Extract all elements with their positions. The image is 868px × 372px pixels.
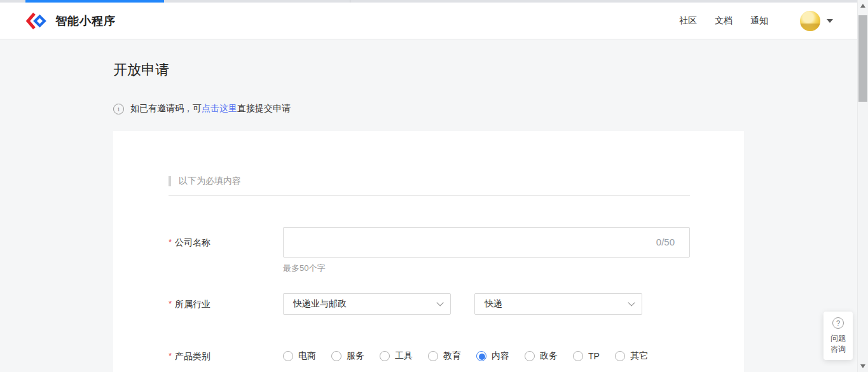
required-mark: * (169, 351, 172, 361)
required-mark: * (169, 299, 172, 308)
radio-icon (380, 351, 390, 361)
brand-logo-icon (25, 12, 48, 30)
brand-title: 智能小程序 (55, 13, 116, 29)
company-name-hint: 最多50个字 (283, 263, 690, 274)
brand-logo-link[interactable]: 智能小程序 (25, 12, 116, 30)
page-title: 开放申请 (113, 60, 744, 79)
radio-icon (615, 351, 625, 361)
radio-icon (525, 351, 535, 361)
help-widget-label: 问题咨询 (830, 333, 846, 355)
application-form-card: 以下为必填内容 *公司名称 0/50 最多50个字 (113, 131, 744, 372)
product-category-option[interactable]: TP (573, 351, 600, 361)
company-name-row: *公司名称 0/50 最多50个字 (169, 227, 744, 274)
industry-row: *所属行业 快递业与邮政 快递 (169, 293, 744, 315)
nav-item-community[interactable]: 社区 (679, 15, 697, 27)
industry-label: *所属行业 (169, 293, 283, 315)
product-category-option[interactable]: 其它 (615, 350, 648, 362)
required-mark: * (169, 237, 172, 247)
radio-icon (428, 351, 438, 361)
user-menu[interactable] (800, 11, 833, 31)
radio-icon (476, 351, 486, 361)
product-category-option[interactable]: 电商 (283, 350, 316, 362)
help-widget-button[interactable]: ? 问题咨询 (823, 312, 853, 360)
product-category-option[interactable]: 内容 (476, 350, 509, 362)
chevron-down-icon (628, 299, 635, 306)
question-mark-icon: ? (832, 317, 844, 329)
header-nav: 社区 文档 通知 (679, 15, 768, 27)
industry-primary-value: 快递业与邮政 (293, 298, 347, 310)
app-header: 智能小程序 社区 文档 通知 (0, 3, 857, 39)
vertical-scrollbar[interactable] (857, 0, 868, 372)
industry-secondary-select[interactable]: 快递 (474, 293, 642, 315)
nav-item-notifications[interactable]: 通知 (750, 15, 768, 27)
company-name-input[interactable] (283, 227, 690, 258)
section-separator (169, 195, 690, 196)
radio-icon (283, 351, 293, 361)
invite-code-notice: i 如已有邀请码，可点击这里直接提交申请 (113, 103, 744, 114)
product-category-row: *产品类别 电商 服务 工具 (169, 350, 744, 362)
section-title: 以下为必填内容 (179, 176, 241, 187)
radio-icon (331, 351, 341, 361)
chevron-down-icon (436, 299, 443, 306)
nav-item-docs[interactable]: 文档 (715, 15, 733, 27)
industry-primary-select[interactable]: 快递业与邮政 (283, 293, 451, 315)
product-category-label: *产品类别 (169, 350, 283, 362)
radio-icon (573, 351, 583, 361)
main-content: 开放申请 i 如已有邀请码，可点击这里直接提交申请 以下为必填内容 *公司名称 … (113, 39, 744, 372)
product-category-option[interactable]: 教育 (428, 350, 461, 362)
company-name-label: *公司名称 (169, 227, 283, 274)
notice-text: 如已有邀请码，可点击这里直接提交申请 (130, 103, 291, 114)
notice-link[interactable]: 点击这里 (202, 103, 237, 113)
product-category-options: 电商 服务 工具 教育 (283, 350, 663, 362)
industry-secondary-value: 快递 (485, 298, 502, 310)
caret-down-icon (827, 19, 833, 23)
product-category-option[interactable]: 政务 (525, 350, 558, 362)
scrollbar-up-arrow-icon[interactable] (860, 4, 865, 8)
product-category-option[interactable]: 服务 (331, 350, 364, 362)
info-icon: i (113, 104, 124, 114)
section-header: 以下为必填内容 (169, 176, 744, 187)
form-body: *公司名称 0/50 最多50个字 *所属行业 快递业与邮政 (169, 227, 744, 362)
avatar[interactable] (800, 11, 820, 31)
scrollbar-down-arrow-icon[interactable] (860, 364, 865, 368)
scrollbar-thumb[interactable] (858, 15, 867, 102)
section-bar (169, 176, 171, 186)
product-category-option[interactable]: 工具 (380, 350, 413, 362)
